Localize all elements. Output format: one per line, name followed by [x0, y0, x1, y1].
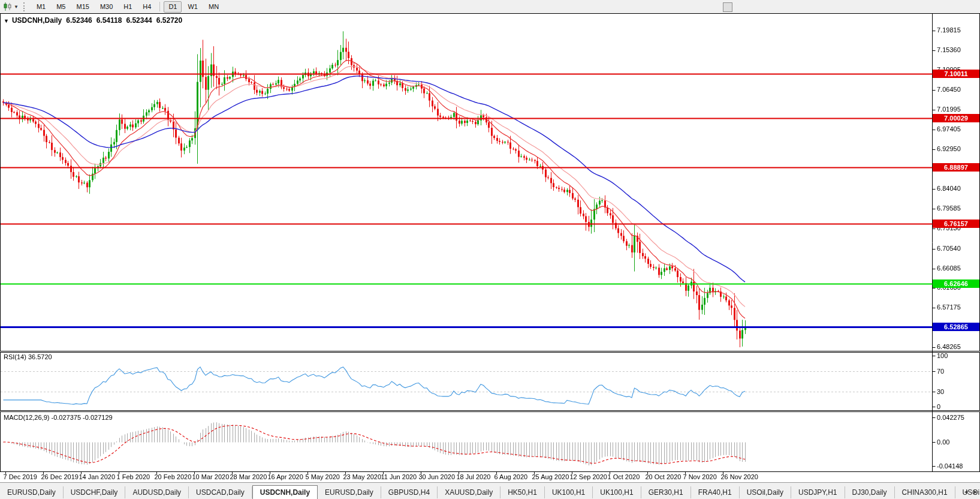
rsi-axis-label: 70 — [937, 368, 944, 375]
date-axis-label: 26 Dec 2019 — [41, 473, 79, 480]
symbol-collapse-caret-icon[interactable]: ▼ — [4, 18, 9, 24]
rsi-axis-label: 30 — [937, 388, 944, 395]
hline-price-tag[interactable]: 6.62646 — [933, 279, 979, 288]
timeframe-button-m1[interactable]: M1 — [32, 1, 50, 13]
tab-usdjpy-h1[interactable]: USDJPY,H1 — [791, 486, 845, 498]
candlestick-chart-icon[interactable] — [2, 2, 13, 11]
tab-scroll-left-icon[interactable]: ◄ — [963, 489, 969, 495]
date-axis-label: 6 Aug 2020 — [494, 473, 528, 480]
price-axis-tick-label: 7.19815 — [937, 26, 961, 34]
timeframe-button-mn[interactable]: MN — [204, 1, 224, 13]
tab-audusd-daily[interactable]: AUDUSD,Daily — [125, 486, 189, 498]
rsi-axis-label: 100 — [937, 352, 948, 359]
date-axis-label: 18 Jul 2020 — [457, 473, 491, 480]
timeframe-toolbar: ▼ M1M5M15M30H1H4D1W1MN — [0, 0, 980, 13]
macd-axis-label: -0.04148 — [937, 462, 963, 470]
ohlc-open: 6.52346 — [66, 16, 92, 25]
tab-usoil-daily[interactable]: USOil,Daily — [740, 486, 791, 498]
tab-dj30-daily[interactable]: DJ30,Daily — [845, 486, 895, 498]
date-axis-label: 23 May 2020 — [343, 473, 382, 480]
ohlc-low: 6.52344 — [126, 16, 152, 25]
chart-shift-marker[interactable] — [723, 2, 732, 12]
timeframe-button-h1[interactable]: H1 — [119, 1, 137, 13]
price-axis-tick-label: 6.57175 — [937, 303, 961, 311]
timeframe-button-m30[interactable]: M30 — [95, 1, 117, 13]
tab-uk100-h1[interactable]: UK100,H1 — [545, 486, 593, 498]
price-axis-tick-label: 6.70540 — [937, 245, 961, 252]
date-axis-label: 7 Nov 2020 — [683, 473, 717, 480]
timeframe-button-d1[interactable]: D1 — [164, 1, 182, 13]
tab-usdcnh-daily[interactable]: USDCNH,Daily — [252, 485, 318, 499]
tab-usdcad-daily[interactable]: USDCAD,Daily — [189, 486, 252, 498]
timeframe-buttons: M1M5M15M30H1H4D1W1MN — [31, 1, 224, 13]
tab-xauusd-daily[interactable]: XAUUSD,Daily — [438, 486, 500, 498]
hline-price-tag[interactable]: 7.10011 — [933, 70, 979, 78]
timeframe-button-h4[interactable]: H4 — [138, 1, 156, 13]
price-axis-tick-label: 6.92950 — [937, 145, 961, 152]
macd-indicator-label: MACD(12,26,9) -0.027375 -0.027129 — [4, 414, 113, 421]
hline-price-tag[interactable]: 6.52865 — [933, 323, 979, 331]
tab-usdchf-daily[interactable]: USDCHF,Daily — [64, 486, 126, 498]
tab-fra40-h1[interactable]: FRA40,H1 — [691, 486, 740, 498]
price-axis-tick-label: 6.79585 — [937, 205, 961, 212]
tab-ger30-h1[interactable]: GER30,H1 — [641, 486, 691, 498]
date-axis-label: 20 Feb 2020 — [155, 473, 192, 480]
hline-price-tag[interactable]: 6.88897 — [933, 163, 979, 172]
rsi-indicator-label: RSI(14) 36.5720 — [4, 353, 52, 360]
date-axis-label: 10 Mar 2020 — [192, 473, 230, 480]
chart-type-dropdown-caret-icon[interactable]: ▼ — [14, 4, 19, 10]
price-axis-tick-label: 7.01995 — [937, 106, 961, 113]
date-axis-label: 11 Jun 2020 — [381, 473, 417, 480]
chart-title: ▼USDCNH,Daily6.523466.541186.523446.5272… — [4, 16, 182, 25]
date-axis-label: 25 Aug 2020 — [532, 473, 569, 480]
macd-axis-label: 0.00 — [937, 438, 949, 446]
ohlc-high: 6.54118 — [97, 16, 122, 25]
timeframe-button-m5[interactable]: M5 — [52, 1, 70, 13]
rsi-axis-label: 0 — [937, 403, 940, 410]
tab-eurusd-daily[interactable]: EURUSD,Daily — [318, 486, 381, 498]
price-axis-tick-label: 6.84040 — [937, 185, 961, 192]
date-axis-label: 7 Dec 2019 — [4, 473, 37, 480]
tab-uk100-h1[interactable]: UK100,H1 — [593, 486, 641, 498]
ohlc-close: 6.52720 — [156, 16, 182, 25]
price-axis-tick-label: 7.15360 — [937, 46, 961, 53]
date-axis-label: 28 Mar 2020 — [230, 473, 267, 480]
toolbar-separator — [159, 2, 160, 11]
trading-terminal-window: { "toolbar": { "caret": "▼", "chart_icon… — [0, 0, 980, 499]
date-axis-label: 12 Sep 2020 — [570, 473, 607, 480]
tab-china300-h1[interactable]: CHINA300,H1 — [895, 486, 955, 498]
macd-axis-label: 0.042275 — [937, 414, 964, 421]
tab-gbpusd-h4[interactable]: GBPUSD,H4 — [381, 486, 438, 498]
price-axis-tick-label: 6.66085 — [937, 264, 961, 272]
tab-scroll-right-icon[interactable]: ► — [973, 489, 978, 495]
date-axis-label: 1 Feb 2020 — [117, 473, 150, 480]
chart-tab-bar: EURUSD,DailyUSDCHF,DailyAUDUSD,DailyUSDC… — [0, 482, 980, 499]
chart-canvas[interactable] — [0, 0, 980, 499]
date-axis-label: 20 Oct 2020 — [646, 473, 682, 480]
timeframe-button-w1[interactable]: W1 — [183, 1, 203, 13]
tab-hk50-h1[interactable]: HK50,H1 — [500, 486, 545, 498]
hline-price-tag[interactable]: 7.00029 — [933, 114, 979, 122]
date-axis-label: 16 Apr 2020 — [268, 473, 303, 480]
date-axis-label: 5 May 2020 — [306, 473, 340, 480]
toolbar-drag-grip[interactable] — [23, 2, 27, 11]
price-axis-tick-label: 7.06450 — [937, 86, 961, 93]
date-axis-label: 30 Jun 2020 — [419, 473, 456, 480]
date-axis-label: 1 Oct 2020 — [608, 473, 640, 480]
date-axis-label: 14 Jan 2020 — [79, 473, 116, 480]
chart-tabs: EURUSD,DailyUSDCHF,DailyAUDUSD,DailyUSDC… — [0, 485, 980, 499]
chart-title-symbol: USDCNH,Daily — [12, 16, 62, 25]
timeframe-button-m15[interactable]: M15 — [71, 1, 94, 13]
price-axis-tick-label: 6.97405 — [937, 125, 961, 133]
tab-scroll-arrows: ◄ ► — [963, 489, 978, 495]
hline-price-tag[interactable]: 6.76157 — [933, 220, 979, 228]
price-axis-tick-label: 6.48265 — [937, 343, 961, 350]
tab-eurusd-daily[interactable]: EURUSD,Daily — [0, 486, 64, 498]
date-axis-label: 26 Nov 2020 — [721, 473, 758, 480]
